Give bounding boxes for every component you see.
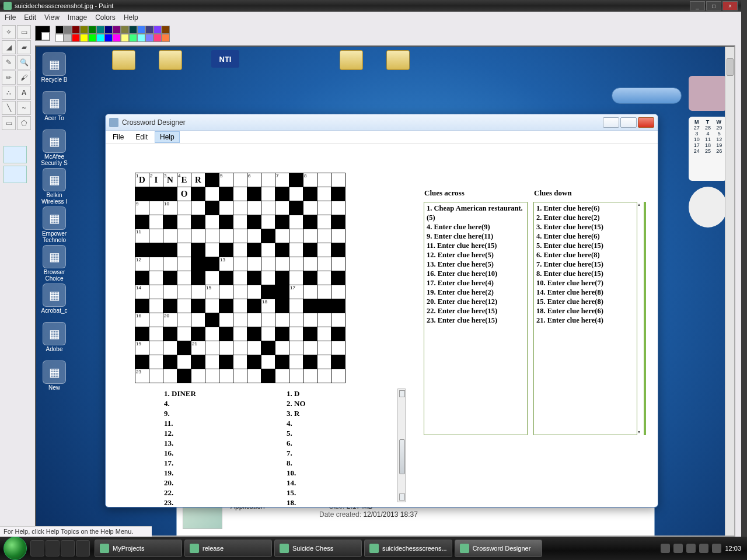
grid-cell[interactable] [289, 257, 303, 271]
grid-cell[interactable] [261, 355, 275, 369]
grid-cell[interactable] [261, 313, 275, 327]
paint-menu-view[interactable]: View [44, 13, 60, 22]
grid-cell[interactable] [275, 313, 289, 327]
grid-cell[interactable] [163, 369, 177, 383]
grid-cell[interactable] [247, 215, 261, 229]
answers-scrollbar[interactable] [397, 388, 406, 502]
clue-across[interactable]: 11. Enter clue here(15) [427, 241, 525, 250]
tool-rect[interactable]: ▭ [2, 116, 16, 130]
color-swatch[interactable] [80, 26, 88, 34]
grid-cell[interactable]: 20 [163, 313, 177, 327]
grid-cell[interactable] [317, 341, 331, 355]
grid-cell[interactable]: 12 [135, 257, 149, 271]
grid-cell[interactable] [219, 313, 233, 327]
grid-cell[interactable]: 19 [135, 341, 149, 355]
color-swatch[interactable] [113, 34, 121, 42]
grid-cell[interactable] [163, 285, 177, 299]
tool-curve[interactable]: ~ [17, 101, 31, 115]
tool-polygon[interactable]: ⬠ [17, 116, 31, 130]
grid-cell[interactable]: 2I [149, 173, 163, 187]
grid-cell[interactable] [247, 299, 261, 313]
grid-cell[interactable] [149, 229, 163, 243]
thumbnail-2[interactable] [4, 166, 27, 183]
grid-cell[interactable] [149, 341, 163, 355]
grid-cell[interactable]: 17 [289, 285, 303, 299]
tool-brush[interactable]: 🖌 [17, 71, 31, 85]
color-swatch[interactable] [72, 34, 80, 42]
grid-cell[interactable] [149, 215, 163, 229]
grid-cell[interactable] [233, 355, 247, 369]
grid-cell[interactable] [233, 271, 247, 285]
paint-menu-edit[interactable]: Edit [24, 13, 36, 22]
quick-launch-icon[interactable] [61, 540, 75, 556]
grid-cell[interactable] [177, 369, 191, 383]
grid-cell[interactable] [247, 313, 261, 327]
grid-cell[interactable] [205, 257, 219, 271]
grid-cell[interactable] [149, 243, 163, 257]
grid-cell[interactable] [289, 243, 303, 257]
crossword-menu-edit[interactable]: Edit [131, 132, 152, 142]
grid-cell[interactable] [247, 285, 261, 299]
grid-cell[interactable] [303, 369, 317, 383]
thumbnail-1[interactable] [4, 146, 27, 163]
clue-across[interactable]: 13. Enter clue here(5) [427, 260, 525, 269]
quick-launch-icon[interactable] [46, 540, 60, 556]
grid-cell[interactable] [163, 229, 177, 243]
grid-cell[interactable] [275, 299, 289, 313]
color-swatch[interactable] [55, 26, 64, 34]
grid-cell[interactable] [177, 355, 191, 369]
grid-cell[interactable] [219, 327, 233, 341]
tray-volume-icon[interactable] [712, 544, 721, 553]
grid-cell[interactable] [191, 257, 205, 271]
grid-cell[interactable] [233, 313, 247, 327]
grid-cell[interactable]: 22 [135, 355, 149, 369]
grid-cell[interactable] [275, 187, 289, 201]
grid-cell[interactable] [135, 299, 149, 313]
grid-cell[interactable] [177, 243, 191, 257]
grid-cell[interactable] [331, 271, 345, 285]
clue-down[interactable]: 18. Enter clue here(6) [536, 306, 634, 316]
grid-cell[interactable] [219, 299, 233, 313]
grid-cell[interactable] [331, 313, 345, 327]
grid-cell[interactable] [233, 285, 247, 299]
grid-cell[interactable] [205, 243, 219, 257]
clue-down[interactable]: 2. Enter clue here(2) [536, 213, 634, 222]
grid-cell[interactable] [261, 369, 275, 383]
grid-cell[interactable] [275, 201, 289, 215]
grid-cell[interactable] [205, 299, 219, 313]
grid-cell[interactable] [317, 215, 331, 229]
grid-cell[interactable] [331, 369, 345, 383]
tray-clock[interactable]: 12:03 [725, 545, 741, 552]
clue-down[interactable]: 8. Enter clue here(15) [536, 269, 634, 278]
grid-cell[interactable]: 23 [135, 369, 149, 383]
paint-minimize-button[interactable]: _ [690, 1, 705, 10]
canvas-scrollbar-vertical[interactable] [725, 47, 734, 536]
clue-down[interactable]: 7. Enter clue here(15) [536, 260, 634, 269]
grid-cell[interactable] [163, 299, 177, 313]
color-swatch[interactable] [162, 26, 170, 34]
grid-cell[interactable] [303, 187, 317, 201]
grid-cell[interactable] [191, 299, 205, 313]
grid-cell[interactable] [191, 201, 205, 215]
grid-cell[interactable] [149, 285, 163, 299]
tray-icon[interactable] [686, 544, 696, 553]
grid-cell[interactable] [149, 299, 163, 313]
grid-cell[interactable] [191, 369, 205, 383]
quick-launch-icon[interactable] [76, 540, 90, 556]
grid-cell[interactable] [205, 215, 219, 229]
color-swatch[interactable] [55, 34, 64, 42]
color-swatch[interactable] [88, 26, 96, 34]
grid-cell[interactable] [261, 327, 275, 341]
color-swatch[interactable] [145, 26, 153, 34]
grid-cell[interactable] [191, 215, 205, 229]
grid-cell[interactable] [191, 285, 205, 299]
crossword-menu-help[interactable]: Help [155, 131, 180, 143]
clue-down[interactable]: 10. Enter clue here(7) [536, 278, 634, 288]
grid-cell[interactable]: 3N [163, 173, 177, 187]
grid-cell[interactable] [247, 187, 261, 201]
grid-cell[interactable] [275, 341, 289, 355]
grid-cell[interactable] [233, 243, 247, 257]
paint-close-button[interactable]: × [722, 1, 738, 10]
grid-cell[interactable] [317, 271, 331, 285]
grid-cell[interactable] [205, 173, 219, 187]
